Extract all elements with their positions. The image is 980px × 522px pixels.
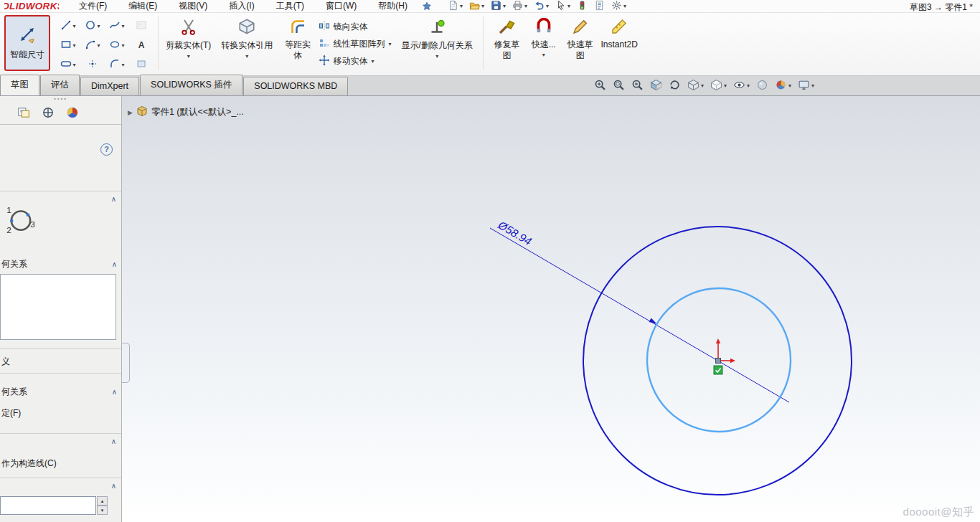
sketch-text-button[interactable]: A	[129, 36, 154, 55]
dropdown-icon[interactable]: ▾	[524, 4, 527, 9]
construction-line-checkbox[interactable]: 作为构造线(C)	[1, 457, 57, 470]
collapse-options-icon[interactable]: ∧	[111, 438, 116, 445]
menu-help[interactable]: 帮助(H)	[375, 0, 410, 13]
help-icon[interactable]: ?	[100, 143, 113, 156]
instant2d-button[interactable]: Instant2D	[600, 15, 637, 49]
display-relations-button[interactable]: 显示/删除几何关系 ▾	[402, 15, 473, 60]
linear-sketch-pattern-button[interactable]: 线性草图阵列▾	[319, 37, 392, 51]
collapse-relations-icon[interactable]: ∧	[112, 260, 117, 268]
dropdown-icon[interactable]: ▾	[811, 83, 814, 89]
dropdown-icon[interactable]: ▾	[72, 43, 75, 49]
smart-dimension-button[interactable]: 智能尺寸	[4, 15, 50, 71]
sketch-line-button[interactable]: ▾	[56, 16, 80, 36]
dimension-line[interactable]	[490, 228, 789, 402]
edit-appearance-button[interactable]	[756, 79, 768, 93]
new-document-button[interactable]: ▾	[448, 0, 463, 13]
collapse-existing-relations-icon[interactable]: ∧	[112, 388, 117, 396]
dropdown-icon[interactable]: ▾	[503, 4, 506, 9]
dropdown-icon[interactable]: ▾	[187, 54, 190, 60]
hide-show-items-button[interactable]: ▾	[733, 79, 750, 93]
tab-dimxpert[interactable]: DimXpert	[80, 77, 139, 95]
dropdown-icon[interactable]: ▾	[747, 83, 750, 89]
dropdown-icon[interactable]: ▾	[121, 62, 124, 68]
offset-entities-button[interactable]: 等距实体	[284, 15, 311, 61]
apply-scene-button[interactable]: ▾	[775, 79, 791, 93]
mirror-entities-button[interactable]: 镜向实体	[319, 20, 392, 34]
dropdown-icon[interactable]: ▾	[701, 83, 704, 89]
appearances-tab[interactable]	[66, 106, 79, 121]
dropdown-icon[interactable]: ▾	[372, 59, 374, 65]
file-properties-button[interactable]	[594, 0, 605, 13]
dropdown-icon[interactable]: ▾	[542, 52, 545, 58]
zoom-fit-button[interactable]	[594, 79, 606, 93]
dropdown-icon[interactable]: ▾	[546, 4, 549, 9]
dropdown-icon[interactable]: ▾	[788, 83, 791, 89]
dropdown-icon[interactable]: ▾	[724, 83, 727, 89]
feature-tree-root[interactable]: ▶ 零件1 (默认<<默认>_...	[128, 105, 244, 119]
dropdown-icon[interactable]: ▾	[567, 4, 570, 9]
open-button[interactable]: ▾	[469, 0, 484, 13]
previous-view-button[interactable]	[631, 79, 644, 93]
spin-down-button[interactable]: ▾	[97, 506, 108, 515]
sketch-slot-button[interactable]: ▾	[56, 55, 80, 75]
tab-sketch[interactable]: 草图	[0, 75, 39, 95]
rotate-view-button[interactable]	[669, 79, 681, 93]
graphics-area[interactable]: Ø58.94 ▶ 零件1 (默认<<默认>_... dooooit@知乎	[0, 96, 980, 522]
sketch-point-button[interactable]	[80, 55, 105, 75]
dropdown-icon[interactable]: ▾	[72, 62, 75, 68]
spin-up-button[interactable]: ▴	[97, 496, 108, 506]
repair-sketch-button[interactable]: 修复草图	[494, 15, 520, 61]
dimension-value[interactable]: Ø58.94	[496, 218, 534, 247]
select-button[interactable]: ▾	[555, 0, 570, 13]
rebuild-button[interactable]	[577, 0, 588, 13]
menu-file[interactable]: 文件(F)	[76, 0, 110, 13]
fixed-relation-item[interactable]: 定(F)	[1, 407, 21, 419]
collapse-parameters-icon[interactable]: ∧	[111, 196, 116, 203]
rapid-sketch-button[interactable]: 快速草图	[567, 15, 593, 61]
dropdown-icon[interactable]: ▾	[121, 43, 124, 49]
zoom-area-button[interactable]	[613, 79, 625, 93]
parameter-input[interactable]	[0, 496, 96, 515]
sketch-arc-button[interactable]: ▾	[80, 36, 105, 55]
view-settings-button[interactable]: ▾	[798, 79, 814, 93]
trim-entities-button[interactable]: 剪裁实体(T) ▾	[166, 15, 211, 60]
menu-tools[interactable]: 工具(T)	[273, 0, 307, 13]
quick-snaps-button[interactable]: 快速... ▾	[530, 15, 557, 58]
sketch-rectangle-button[interactable]: ▾	[56, 36, 80, 55]
save-button[interactable]: ▾	[491, 0, 506, 13]
sketch-circle-button[interactable]: ▾	[80, 16, 105, 36]
dropdown-icon[interactable]: ▾	[245, 54, 248, 60]
dropdown-icon[interactable]: ▾	[435, 54, 438, 60]
expand-arrow-icon[interactable]: ▶	[128, 109, 133, 116]
relations-listbox[interactable]	[0, 274, 116, 340]
tab-solidworks-addins[interactable]: SOLIDWORKS 插件	[140, 75, 242, 95]
dropdown-icon[interactable]: ▾	[460, 4, 463, 9]
property-manager-tab[interactable]	[17, 106, 30, 121]
sketch-canvas[interactable]: Ø58.94	[0, 96, 980, 522]
dropdown-icon[interactable]: ▾	[97, 24, 100, 29]
dropdown-icon[interactable]: ▾	[72, 24, 75, 29]
dropdown-icon[interactable]: ▾	[389, 42, 392, 47]
move-entities-button[interactable]: 移动实体▾	[319, 54, 392, 68]
dropdown-icon[interactable]: ▾	[481, 4, 484, 9]
sketch-spline-button[interactable]: ▾	[105, 16, 129, 36]
options-button[interactable]: ▾	[611, 0, 626, 13]
dropdown-icon[interactable]: ▾	[121, 24, 124, 29]
section-view-button[interactable]	[650, 79, 662, 93]
sketch-plane-button[interactable]	[129, 55, 154, 75]
menu-view[interactable]: 视图(V)	[176, 0, 210, 13]
tab-evaluate[interactable]: 评估	[40, 75, 80, 95]
panel-flyout-handle[interactable]	[122, 343, 130, 383]
tab-solidworks-mbd[interactable]: SOLIDWORKS MBD	[243, 77, 348, 95]
convert-entities-button[interactable]: 转换实体引用 ▾	[221, 15, 273, 60]
pin-icon[interactable]	[422, 1, 432, 11]
print-button[interactable]: ▾	[512, 0, 527, 13]
sketch-fillet-button[interactable]: ▾	[105, 55, 129, 75]
menu-edit[interactable]: 编辑(E)	[126, 0, 160, 13]
dropdown-icon[interactable]: ▾	[623, 4, 626, 9]
display-style-button[interactable]: ▾	[710, 79, 727, 93]
menu-insert[interactable]: 插入(I)	[226, 0, 257, 13]
menu-window[interactable]: 窗口(W)	[323, 0, 359, 13]
dropdown-icon[interactable]: ▾	[97, 43, 100, 49]
collapse-parameters2-icon[interactable]: ∧	[111, 483, 116, 490]
